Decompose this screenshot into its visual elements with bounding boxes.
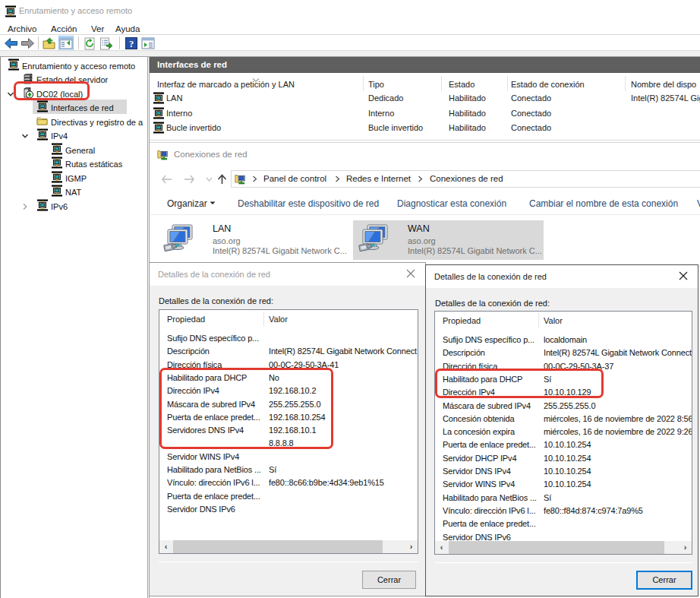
details-row: Vínculo: dirección IPv6 l...fe80::f84d:8…	[435, 505, 692, 517]
forward-arrow-icon[interactable]	[20, 36, 35, 51]
tree-item-general[interactable]: General	[2, 142, 147, 157]
breadcrumb-conexiones-de-red[interactable]: Conexiones de red	[430, 174, 503, 183]
column-header-nombre-del-dispo[interactable]: Nombre del dispo	[631, 80, 696, 89]
property-name: Descripción	[167, 346, 210, 356]
column-header-estado-de-conexi-n[interactable]: Estado de conexión	[511, 80, 585, 89]
tree-expanded-chevron-icon[interactable]	[21, 130, 30, 139]
scroll-right-arrow-icon[interactable]: ›	[405, 540, 418, 553]
cell: Habilitado	[449, 93, 486, 103]
column-separator	[538, 313, 539, 328]
menu-ver[interactable]: Ver	[91, 24, 104, 33]
scrollbar-thumb[interactable]	[449, 541, 664, 554]
connection-tile-lan[interactable]: LANaso.orgIntel(R) 82574L Gigabit Networ…	[158, 220, 348, 260]
address-bar[interactable]: Panel de controlRedes e InternetConexion…	[231, 170, 700, 188]
cell: Dedicado	[368, 93, 403, 103]
export-list-icon[interactable]	[99, 36, 114, 51]
dialog-close-icon[interactable]	[405, 268, 417, 280]
tree-item-interfaces-de-red[interactable]: Interfaces de red	[2, 100, 147, 114]
property-name: Vínculo: dirección IPv6 l...	[167, 478, 260, 487]
console-tree-toggle-icon[interactable]	[58, 36, 74, 51]
tree-collapsed-chevron-icon[interactable]	[21, 201, 30, 210]
command-cambiar-el-nombre-de-esta-conexi-n[interactable]: Cambiar el nombre de esta conexión	[529, 198, 678, 209]
cell: Conectado	[511, 109, 551, 118]
value-column-header[interactable]: Valor	[269, 315, 288, 324]
details-row: Habilitado para NetBios ...Sí	[159, 464, 418, 476]
breadcrumb-chevron-icon	[418, 174, 423, 185]
value-column-header[interactable]: Valor	[544, 316, 563, 325]
connection-tile-wan[interactable]: WANaso.orgIntel(R) 82574L Gigabit Networ…	[353, 220, 544, 260]
interface-row-interno[interactable]: InternoInternoHabilitadoConectado	[150, 106, 700, 121]
nav-up-icon[interactable]	[215, 172, 229, 186]
details-row: Puerta de enlace predet...	[159, 490, 418, 503]
new-window-icon[interactable]	[140, 36, 156, 51]
rras-icon	[51, 185, 63, 197]
menu-acci-n[interactable]: Acción	[51, 24, 77, 33]
details-row: Máscara de subred IPv4255.255.255.0	[435, 400, 692, 413]
interface-row-lan[interactable]: LANDedicadoHabilitadoConectadoIntel(R) 8…	[150, 91, 700, 106]
horizontal-scrollbar[interactable]: ‹›	[435, 541, 692, 554]
nav-back-icon[interactable]	[160, 172, 174, 186]
property-name: Servidor DNS IPv4	[443, 467, 511, 476]
nav-forward-icon[interactable]	[182, 172, 196, 186]
tree-item-nat[interactable]: NAT	[2, 184, 147, 198]
property-column-header[interactable]: Propiedad	[443, 316, 481, 325]
details-row: Servidor WINS IPv4	[159, 451, 418, 464]
property-value: 10.10.10.254	[544, 479, 591, 489]
menu-archivo[interactable]: Archivo	[8, 24, 36, 33]
details-row: DescripciónIntel(R) 82574L Gigabit Netwo…	[435, 346, 692, 359]
breadcrumb-redes-e-internet[interactable]: Redes e Internet	[346, 174, 411, 183]
horizontal-scrollbar[interactable]: ‹›	[159, 540, 418, 553]
command-organizar[interactable]: Organizar	[167, 198, 216, 209]
close-button[interactable]: Cerrar	[636, 571, 692, 590]
left-dialog-dhcp-config-highlight	[159, 368, 333, 449]
network-adapter-icon	[357, 223, 392, 255]
details-list-header: PropiedadValor	[435, 312, 692, 330]
cell: LAN	[166, 93, 182, 103]
tree-dc02-highlight	[14, 81, 90, 100]
tree-item-igmp[interactable]: IGMP	[2, 170, 147, 185]
command-ver[interactable]: Ver	[697, 198, 700, 209]
explorer-command-bar: Organizar Deshabilitar este dispositivo …	[150, 192, 700, 215]
svg-text:?: ?	[129, 39, 134, 49]
toolbar-separator	[78, 36, 79, 49]
close-button[interactable]: Cerrar	[362, 571, 416, 589]
column-header-tipo[interactable]: Tipo	[368, 80, 384, 89]
toolbar-separator	[38, 36, 39, 49]
interface-row-bucle-invertido[interactable]: Bucle invertidoBucle invertidoHabilitado…	[150, 121, 700, 135]
toolbar-separator	[119, 36, 120, 49]
details-row: La concesión expiramiércoles, 16 de novi…	[435, 426, 692, 438]
tree-item-directivas-y-registro-de-a[interactable]: Directivas y registro de a	[2, 114, 147, 128]
property-name: Máscara de subred IPv4	[443, 401, 531, 410]
property-column-header[interactable]: Propiedad	[167, 315, 205, 324]
tree-item-ipv6[interactable]: IPv6	[2, 198, 147, 213]
dialog-close-icon[interactable]	[677, 271, 689, 283]
details-list: PropiedadValorSufijo DNS específico p...…	[434, 311, 692, 555]
tree-item-rutas-est-ticas[interactable]: Rutas estáticas	[2, 156, 147, 170]
tree-item-enrutamiento-y-acceso-remoto[interactable]: Enrutamiento y acceso remoto	[2, 58, 147, 72]
scroll-left-arrow-icon[interactable]: ‹	[435, 541, 448, 554]
connection-domain: aso.org	[213, 236, 241, 245]
export-folder-icon[interactable]	[42, 36, 57, 51]
scrollbar-thumb[interactable]	[173, 540, 383, 553]
command-diagnosticar-esta-conexi-n[interactable]: Diagnosticar esta conexión	[397, 198, 506, 209]
scroll-right-arrow-icon[interactable]: ›	[679, 541, 692, 554]
connection-name: LAN	[213, 223, 231, 234]
result-pane-header: Interfaces de red	[150, 57, 700, 73]
rras-console-window: Enrutamiento y acceso remoto ArchivoAcci…	[0, 0, 700, 598]
tree-item-ipv4[interactable]: IPv4	[2, 128, 147, 142]
column-header-interfaz-de-marcado-a-petici-n-y-lan[interactable]: Interfaz de marcado a petición y LAN	[157, 80, 295, 89]
nav-history-chevron-icon[interactable]	[202, 172, 216, 186]
breadcrumb-panel-de-control[interactable]: Panel de control	[263, 174, 326, 183]
refresh-icon[interactable]	[82, 36, 97, 51]
property-name: Servidor DNS IPv6	[167, 505, 235, 514]
menu-ayuda[interactable]: Ayuda	[115, 24, 140, 33]
column-separator	[363, 76, 364, 91]
column-header-estado[interactable]: Estado	[449, 80, 475, 89]
help-icon[interactable]: ?	[124, 36, 139, 51]
breadcrumb-chevron-icon	[335, 174, 340, 185]
property-name: Vínculo: dirección IPv6 l...	[443, 506, 535, 515]
sort-ascending-chevron-icon	[252, 74, 260, 84]
back-arrow-icon[interactable]	[3, 36, 18, 51]
scroll-left-arrow-icon[interactable]: ‹	[159, 540, 172, 553]
command-deshabilitar-este-dispositivo-de-red[interactable]: Deshabilitar este dispositivo de red	[238, 198, 379, 209]
